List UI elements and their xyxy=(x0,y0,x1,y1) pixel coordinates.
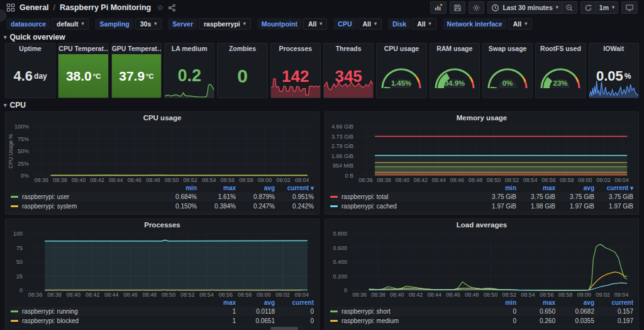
time-range-picker[interactable]: Last 30 minutes ▾ xyxy=(487,1,561,14)
variable-value-dropdown[interactable]: default▾ xyxy=(52,18,89,30)
legend-header-avg[interactable]: avg xyxy=(236,299,275,306)
x-tick-label: 08:38 xyxy=(377,177,391,183)
breadcrumb-folder[interactable]: General xyxy=(19,3,49,12)
stat-panel-body: 1.45% xyxy=(377,54,426,98)
panel-title[interactable]: CPU Temperat… xyxy=(58,43,108,54)
panel-title[interactable]: IOWait xyxy=(589,43,638,54)
panel-title[interactable]: LA medium xyxy=(165,43,214,54)
gauge-value-text: 0% xyxy=(502,79,513,87)
legend-header-avg[interactable]: avg xyxy=(555,185,594,191)
x-tick-label: 08:52 xyxy=(183,177,197,183)
legend-series-name: raspberrypi: user xyxy=(22,193,69,200)
legend-series-toggle[interactable]: raspberrypi: running xyxy=(11,308,197,315)
kiosk-mode-button[interactable] xyxy=(621,1,638,14)
legend-series-toggle[interactable]: raspberrypi: system xyxy=(11,203,158,210)
variable-label: CPU xyxy=(333,18,356,30)
legend-header-min[interactable]: min xyxy=(477,299,516,306)
panel-title[interactable]: Load averages xyxy=(325,219,638,230)
panel-title[interactable]: Swap usage xyxy=(483,43,532,54)
legend-header-max[interactable]: max xyxy=(197,299,236,306)
legend-header-current[interactable]: current xyxy=(275,299,314,306)
x-tick-label: 08:56 xyxy=(541,177,556,183)
variable-label: Sampling xyxy=(95,18,133,30)
legend-series-toggle[interactable]: raspberrypi: blocked xyxy=(11,317,197,324)
panel-title[interactable]: Uptime xyxy=(6,43,55,54)
legend-header-current[interactable]: current ▾ xyxy=(594,185,633,191)
save-dashboard-button[interactable] xyxy=(450,1,465,14)
panel-title[interactable]: CPU usage xyxy=(6,112,319,123)
x-tick-label: 08:36 xyxy=(35,177,49,183)
panel-title[interactable]: CPU usage xyxy=(377,43,426,54)
variable-value-dropdown[interactable]: All▾ xyxy=(358,18,382,30)
refresh-controls: 1m ▾ xyxy=(580,1,618,14)
chevron-down-icon: ▾ xyxy=(612,5,614,10)
dashboard-settings-button[interactable] xyxy=(469,1,484,14)
x-tick-label: 08:54 xyxy=(523,177,538,183)
panel-title[interactable]: Threads xyxy=(324,43,373,54)
row-header-quick-overview[interactable]: ▾ Quick overview xyxy=(4,33,65,42)
x-tick-label: 09:00 xyxy=(257,292,271,298)
x-tick-label: 09:04 xyxy=(614,177,629,183)
y-tick-label: 75% xyxy=(18,136,29,142)
legend: minmaxavgcurrentraspberrypi: short00.650… xyxy=(325,299,638,329)
y-tick-label: 50% xyxy=(18,148,29,154)
legend-series-toggle[interactable]: raspberrypi: user xyxy=(11,193,158,200)
legend-header-max[interactable]: max xyxy=(516,299,555,306)
variable-label: Network interface xyxy=(443,18,507,30)
stat-panel-la-medium: LA medium0.2 xyxy=(164,43,214,98)
variable-value-dropdown[interactable]: All▾ xyxy=(412,18,436,30)
panel-title[interactable]: Processes xyxy=(271,43,320,54)
stat-panel-gpu-temperat: GPU Temperat…37.9 °C xyxy=(111,43,162,98)
legend-header-min[interactable]: min xyxy=(158,185,197,191)
scrollbar-thumb[interactable] xyxy=(270,327,298,330)
variable-cpu: CPUAll▾ xyxy=(333,18,382,30)
legend-series-toggle[interactable]: raspberrypi: short xyxy=(330,308,477,315)
legend: minmaxavgcurrent ▾raspberrypi: user0.684… xyxy=(6,184,319,214)
panel-title[interactable]: GPU Temperat… xyxy=(112,43,161,54)
legend-header-max[interactable]: max xyxy=(197,185,236,191)
x-tick-label: 08:44 xyxy=(104,292,119,298)
legend-value: 0.650 xyxy=(516,308,555,315)
dashboards-grid-icon[interactable] xyxy=(6,3,15,12)
zoom-out-button[interactable] xyxy=(562,1,577,14)
legend-series-toggle[interactable]: raspberrypi: medium xyxy=(330,317,477,324)
panel-title[interactable]: RootFS used xyxy=(536,43,585,54)
variable-value-dropdown[interactable]: All▾ xyxy=(508,18,532,30)
variable-value-dropdown[interactable]: raspberrypi▾ xyxy=(199,18,251,30)
panel-title[interactable]: Processes xyxy=(6,219,319,230)
legend-series-toggle[interactable]: raspberrypi: cached xyxy=(330,203,477,210)
share-icon[interactable] xyxy=(168,4,176,12)
legend-header: minmaxavgcurrent ▾ xyxy=(11,184,314,192)
legend-header-current[interactable]: current ▾ xyxy=(275,185,314,191)
variable-value-dropdown[interactable]: 30s▾ xyxy=(135,18,162,30)
gauge-threshold-arc xyxy=(579,82,579,88)
legend-row-clipped xyxy=(11,326,314,329)
panel-title[interactable]: Zombies xyxy=(218,43,267,54)
row-header-cpu[interactable]: ▾ CPU xyxy=(4,101,26,110)
favorite-star-icon[interactable]: ☆ xyxy=(157,3,164,12)
add-panel-button[interactable] xyxy=(430,1,447,14)
refresh-button[interactable] xyxy=(580,1,596,14)
panel-title[interactable]: Memory usage xyxy=(325,112,638,123)
series-line-raspberrypi-short xyxy=(369,244,627,290)
legend-row: raspberrypi: blocked10.06510 xyxy=(11,316,314,326)
panel-title[interactable]: RAM usage xyxy=(430,43,479,54)
refresh-interval-dropdown[interactable]: 1m ▾ xyxy=(596,1,618,14)
legend-series-toggle[interactable]: raspberrypi: total xyxy=(330,193,477,200)
x-tick-label: 08:46 xyxy=(123,292,138,298)
legend-series-name: raspberrypi: medium xyxy=(341,317,399,324)
legend-header-min[interactable]: min xyxy=(477,185,516,191)
breadcrumb-dashboard-title[interactable]: Raspberry Pi Monitoring xyxy=(60,3,151,12)
legend-value: 1.97 GiB xyxy=(555,203,594,210)
variable-value-dropdown[interactable]: All▾ xyxy=(303,18,327,30)
legend-value: 0.684% xyxy=(158,193,197,200)
series-color-dash xyxy=(11,205,18,207)
legend-header-avg[interactable]: avg xyxy=(555,299,594,306)
y-tick-label: 0.600 xyxy=(333,245,347,251)
legend-header-max[interactable]: max xyxy=(516,185,555,191)
chevron-down-icon: ▾ xyxy=(4,34,7,40)
legend-header-current[interactable]: current xyxy=(594,299,633,306)
variable-disk: DiskAll▾ xyxy=(388,18,436,30)
stat-panel-body: 345 xyxy=(324,54,373,98)
legend-header-avg[interactable]: avg xyxy=(236,185,275,191)
